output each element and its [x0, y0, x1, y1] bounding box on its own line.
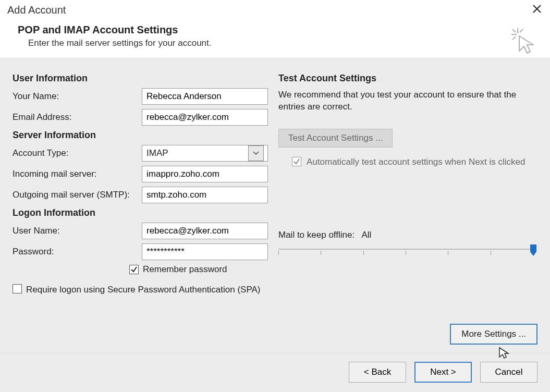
- svg-line-3: [520, 29, 523, 32]
- password-label: Password:: [13, 247, 142, 257]
- window-title: Add Account: [7, 4, 66, 16]
- svg-line-4: [512, 36, 516, 40]
- offline-label: Mail to keep offline:: [278, 230, 355, 240]
- next-button[interactable]: Next >: [414, 362, 472, 383]
- mouse-cursor-icon: [498, 347, 510, 359]
- slider-thumb-icon[interactable]: [529, 244, 537, 256]
- remember-password-checkbox[interactable]: [129, 265, 139, 274]
- left-column: User Information Your Name: Email Addres…: [13, 71, 268, 345]
- more-settings-button[interactable]: More Settings ...: [450, 324, 537, 345]
- spa-label: Require logon using Secure Password Auth…: [26, 284, 261, 296]
- back-button[interactable]: < Back: [349, 362, 406, 383]
- close-icon[interactable]: [529, 3, 545, 17]
- account-type-value: IMAP: [146, 148, 168, 158]
- remember-password-label: Remember password: [143, 264, 227, 275]
- spa-checkbox[interactable]: [13, 284, 22, 293]
- page-subtitle: Enter the mail server settings for your …: [18, 38, 540, 48]
- title-bar: Add Account: [0, 0, 550, 18]
- your-name-input[interactable]: [142, 88, 268, 105]
- offline-value: All: [361, 230, 371, 240]
- test-settings-heading: Test Account Settings: [278, 73, 537, 84]
- your-name-label: Your Name:: [13, 91, 142, 102]
- page-title: POP and IMAP Account Settings: [18, 24, 540, 36]
- main-content: User Information Your Name: Email Addres…: [0, 58, 550, 353]
- svg-line-2: [512, 29, 516, 32]
- incoming-server-input[interactable]: [142, 166, 268, 182]
- slider-ticks: [278, 251, 533, 255]
- footer-bar: < Back Next > Cancel: [0, 353, 550, 392]
- cancel-button[interactable]: Cancel: [480, 362, 537, 383]
- username-label: User Name:: [13, 226, 142, 236]
- account-type-select[interactable]: IMAP: [142, 145, 268, 162]
- offline-label-row: Mail to keep offline: All: [278, 230, 537, 240]
- username-input[interactable]: [142, 223, 268, 239]
- outgoing-server-input[interactable]: [142, 187, 268, 203]
- test-settings-text: We recommend that you test your account …: [278, 89, 537, 113]
- offline-block: Mail to keep offline: All: [278, 230, 537, 260]
- password-input[interactable]: [142, 243, 268, 260]
- auto-test-row[interactable]: Automatically test account settings when…: [278, 157, 537, 167]
- user-info-heading: User Information: [13, 73, 268, 84]
- server-info-heading: Server Information: [13, 130, 268, 141]
- auto-test-label: Automatically test account settings when…: [307, 157, 525, 167]
- account-type-label: Account Type:: [13, 148, 142, 158]
- offline-slider[interactable]: [278, 246, 537, 260]
- outgoing-server-label: Outgoing mail server (SMTP):: [13, 190, 142, 200]
- header-block: POP and IMAP Account Settings Enter the …: [0, 18, 550, 58]
- email-input[interactable]: [142, 109, 268, 126]
- remember-password-row[interactable]: Remember password: [13, 264, 268, 275]
- right-column: Test Account Settings We recommend that …: [278, 71, 537, 345]
- spa-row[interactable]: Require logon using Secure Password Auth…: [13, 284, 268, 296]
- incoming-server-label: Incoming mail server:: [13, 169, 142, 179]
- logon-info-heading: Logon Information: [13, 207, 268, 218]
- slider-line: [278, 249, 533, 250]
- test-account-button[interactable]: Test Account Settings ...: [278, 129, 393, 148]
- auto-test-checkbox[interactable]: [292, 157, 301, 166]
- wizard-cursor-icon: [509, 26, 539, 55]
- chevron-down-icon[interactable]: [248, 145, 264, 161]
- email-label: Email Address:: [13, 112, 142, 123]
